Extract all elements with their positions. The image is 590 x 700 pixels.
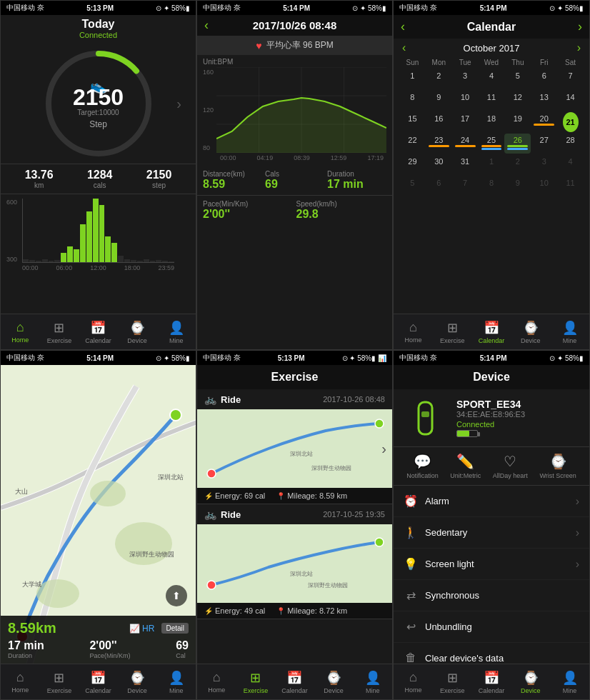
exercise-item-1[interactable]: 🚲 Ride 2017-10-26 08:48 深圳北站 深圳野生动物园 › ⚡… <box>197 389 392 504</box>
nav-p4-device[interactable]: ⌚ Device <box>118 664 157 699</box>
nav-p5-home[interactable]: ⌂ Home <box>197 664 236 699</box>
cal-day-other[interactable]: 6 <box>426 176 452 196</box>
cal-day[interactable]: 23 <box>426 134 452 154</box>
exercise-icon: ⊞ <box>54 670 64 686</box>
nav-p6-home[interactable]: ⌂ Home <box>394 664 433 699</box>
prev-month-button[interactable]: ‹ <box>402 41 406 54</box>
mileage-val: Mileage: 8.59 km <box>287 491 347 500</box>
nav-calendar[interactable]: 📅 Calendar <box>79 314 118 349</box>
cal-day[interactable]: 5 <box>504 69 531 89</box>
menu-unbundling[interactable]: ↩ Unbundling <box>394 611 589 643</box>
cal-forward-button[interactable]: › <box>578 19 582 34</box>
cal-day[interactable]: 3 <box>452 69 479 89</box>
nav-p6-device[interactable]: ⌚ Device <box>511 664 550 699</box>
x-label-12: 12:00 <box>90 264 106 271</box>
cal-day[interactable]: 30 <box>426 155 452 175</box>
nav-mine[interactable]: 👤 Mine <box>156 314 196 349</box>
nav-p5-mine[interactable]: 👤 Mine <box>353 664 392 699</box>
cal-day[interactable]: 19 <box>504 112 531 132</box>
cal-day[interactable]: 24 <box>452 134 479 154</box>
cal-day-other[interactable]: 4 <box>557 155 584 175</box>
cal-day[interactable]: 1 <box>399 69 426 89</box>
cal-back-button[interactable]: ‹ <box>401 19 405 34</box>
exercise-map-2[interactable]: 深圳北站 深圳野生动物园 <box>197 524 392 603</box>
cal-day-other[interactable]: 3 <box>531 155 557 175</box>
menu-sedentary[interactable]: 🚶 Sedentary › <box>394 517 589 549</box>
cal-day-other[interactable]: 8 <box>479 176 505 196</box>
exercise-icon: ⊞ <box>447 670 458 686</box>
cal-day[interactable]: 26 <box>504 134 531 154</box>
cal-day[interactable]: 25 <box>479 134 505 154</box>
nav-p4-home[interactable]: ⌂ Home <box>1 664 40 699</box>
nav-p6-exercise[interactable]: ⊞ Exercise <box>433 664 472 699</box>
nav-p3-home[interactable]: ⌂ Home <box>394 314 433 349</box>
menu-screen-light[interactable]: 💡 Screen light › <box>394 549 589 580</box>
cal-day[interactable]: 15 <box>399 112 426 132</box>
cal-day[interactable]: 16 <box>426 112 452 132</box>
nav-p3-exercise[interactable]: ⊞ Exercise <box>433 314 472 349</box>
cal-day[interactable]: 20 <box>531 112 557 132</box>
nav-device[interactable]: ⌚ Device <box>118 314 157 349</box>
cal-day[interactable]: 13 <box>531 91 557 111</box>
exercise-item-2[interactable]: 🚲 Ride 2017-10-25 19:35 深圳北站 深圳野生动物园 ⚡ E… <box>197 504 392 619</box>
cal-day-other[interactable]: 7 <box>452 176 479 196</box>
metrics-row2: Pace(Min/Km) 2'00'' Speed(km/h) 29.8 <box>197 196 392 225</box>
compass-button[interactable]: ⬆ <box>166 585 187 606</box>
back-button[interactable]: ‹ <box>204 18 209 33</box>
nav-p4-calendar[interactable]: 📅 Calendar <box>79 664 118 699</box>
cal-day[interactable]: 28 <box>557 134 584 154</box>
cal-day[interactable]: 18 <box>479 112 505 132</box>
cal-day[interactable]: 29 <box>399 155 426 175</box>
cal-day[interactable]: 31 <box>452 155 479 175</box>
cal-day[interactable]: 9 <box>426 91 452 111</box>
nav-p3-calendar[interactable]: 📅 Calendar <box>472 314 511 349</box>
cal-day[interactable]: 17 <box>452 112 479 132</box>
cal-day[interactable]: 2 <box>426 69 452 89</box>
cal-day[interactable]: 22 <box>399 134 426 154</box>
nav-p5-device[interactable]: ⌚ Device <box>314 664 354 699</box>
action-wrist[interactable]: ⌚ Wrist Screen <box>539 453 576 479</box>
menu-alarm[interactable]: ⏰ Alarm › <box>394 486 589 517</box>
cal-day[interactable]: 6 <box>531 69 557 89</box>
cal-day[interactable]: 8 <box>399 91 426 111</box>
nav-p5-calendar[interactable]: 📅 Calendar <box>275 664 314 699</box>
detail-button[interactable]: Detail <box>161 623 189 634</box>
calendar-grid: Sun Mon Tue Wed Thu Fri Sat 1 2 3 4 5 6 … <box>394 57 589 196</box>
action-allday-heart[interactable]: ♡ AllDay heart <box>493 453 528 479</box>
cal-day-other[interactable]: 11 <box>557 176 584 196</box>
nav-p4-mine[interactable]: 👤 Mine <box>156 664 196 699</box>
exercise-map-1[interactable]: 深圳北站 深圳野生动物园 › <box>197 409 392 488</box>
cal-day-other[interactable]: 9 <box>504 176 531 196</box>
cal-day[interactable]: 11 <box>479 91 505 111</box>
menu-synchronous[interactable]: ⇄ Synchronous <box>394 580 589 611</box>
nav-home[interactable]: ⌂ Home <box>1 314 40 349</box>
nav-p4-exercise[interactable]: ⊞ Exercise <box>40 664 79 699</box>
cal-day[interactable]: 12 <box>504 91 531 111</box>
cal-day-other[interactable]: 5 <box>399 176 426 196</box>
cal-day[interactable]: 7 <box>557 69 584 89</box>
stat-cals: 1284 cals <box>87 169 113 189</box>
calendar-icon: 📅 <box>484 670 499 686</box>
chevron-right-icon[interactable]: › <box>176 96 181 112</box>
nav-calendar-label: Calendar <box>85 337 111 344</box>
nav-p6-mine[interactable]: 👤 Mine <box>550 664 589 699</box>
cal-day[interactable]: 10 <box>452 91 479 111</box>
cal-day[interactable]: 14 <box>557 91 584 111</box>
nav-p3-device[interactable]: ⌚ Device <box>511 314 550 349</box>
cal-day-other[interactable]: 10 <box>531 176 557 196</box>
nav-p5-exercise[interactable]: ⊞ Exercise <box>236 664 276 699</box>
clear-device-label: Clear device's data <box>425 653 504 664</box>
action-unit[interactable]: ✏️ Unit:Metric <box>450 453 481 479</box>
cal-day-other[interactable]: 1 <box>479 155 505 175</box>
next-month-button[interactable]: › <box>577 41 581 54</box>
nav-p6-calendar[interactable]: 📅 Calendar <box>472 664 511 699</box>
cal-day[interactable]: 4 <box>479 69 505 89</box>
cal-day[interactable]: 27 <box>531 134 557 154</box>
nav-exercise-label: Exercise <box>440 337 465 344</box>
nav-p3-mine[interactable]: 👤 Mine <box>550 314 589 349</box>
cal-day-other[interactable]: 2 <box>504 155 531 175</box>
nav-exercise[interactable]: ⊞ Exercise <box>40 314 79 349</box>
sedentary-label: Sedentary <box>425 527 467 538</box>
cal-today[interactable]: 21 <box>563 112 579 132</box>
action-notification[interactable]: 💬 Notification <box>406 453 439 479</box>
